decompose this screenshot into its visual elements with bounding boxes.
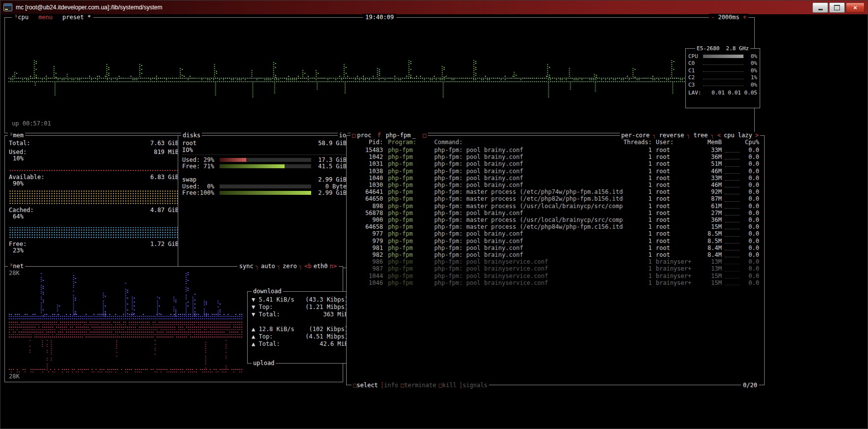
preset-button[interactable]: preset * (62, 14, 92, 21)
mem-history-graph (9, 188, 179, 205)
proc-row[interactable]: 977php-fpmphp-fpm: pool brainy.conf1root… (352, 230, 759, 237)
sort-next-button[interactable]: > (755, 132, 759, 139)
disk-bar-value: 2.99 GiB (315, 189, 347, 196)
toggle-per-core[interactable]: per-core (621, 132, 650, 139)
header-spacer (725, 139, 739, 146)
proc-row[interactable]: 981php-fpmphp-fpm: pool brainy.conf1root… (352, 245, 759, 251)
toggle-tree[interactable]: tree (694, 132, 708, 139)
proc-user: brainyser+ (656, 258, 698, 265)
download-rate-row: ▼ 5.41 KiB/s(43.3 Kibps) (252, 296, 348, 304)
proc-row[interactable]: 898php-fpmphp-fpm: master process (/usr/… (352, 203, 759, 210)
header-user[interactable]: User: (656, 139, 698, 146)
proc-row[interactable]: 987php-fpmphp-fpm: pool brainyservice.co… (352, 265, 759, 272)
download-rate-bits: (43.3 Kibps) (305, 296, 348, 304)
proc-cpu-sparkline (725, 228, 739, 229)
sort-prev-button[interactable]: < (717, 132, 721, 139)
proc-pid: 987 (352, 265, 383, 272)
proc-row[interactable]: 1040php-fpmphp-fpm: pool brainy.conf1roo… (352, 175, 759, 182)
close-button[interactable]: × (846, 2, 865, 13)
mem-section: Cached:4.87 GiB64% (9, 207, 179, 239)
proc-action-kill[interactable]: □kill (439, 382, 456, 389)
proc-program: php-fpm (388, 210, 434, 216)
proc-action-select[interactable]: □select (353, 382, 378, 389)
menu-button[interactable]: menu (37, 14, 54, 21)
proc-cpu: 0.0 (742, 203, 759, 210)
proc-row[interactable]: 1042php-fpmphp-fpm: pool brainy.conf1roo… (352, 153, 759, 160)
proc-row[interactable]: 986php-fpmphp-fpm: pool brainyservice.co… (352, 258, 759, 265)
cpu-history-graph (6, 23, 752, 121)
proc-row[interactable]: 1044php-fpmphp-fpm: pool brainyservice.c… (352, 273, 759, 279)
proc-action-info[interactable]: │info (381, 382, 398, 389)
mem-value: 819 MiB (154, 149, 179, 155)
titlebar[interactable]: mc [root@ub24.itdeveloper.com.ua]:/lib/s… (0, 0, 868, 14)
proc-cpu-sparkline (725, 284, 739, 285)
proc-threads: 1 (623, 258, 652, 265)
proc-mem: 13M (698, 258, 722, 265)
proc-action-signals[interactable]: │signals (459, 382, 487, 389)
net-panel-title: ³net (8, 263, 25, 270)
mem-sections: Total:7.63 GiBUsed:819 MiB10%Available:6… (9, 140, 179, 269)
proc-user: root (656, 153, 698, 160)
proc-row[interactable]: 979php-fpmphp-fpm: pool brainy.conf1root… (352, 238, 759, 245)
header-command[interactable]: Command: (434, 139, 623, 146)
proc-program: php-fpm (388, 258, 434, 265)
mem-panel-title: ²mem (8, 132, 25, 139)
proc-user: root (656, 188, 698, 195)
net-panel: ³net sync ┐ auto ┐ zero ┐ <b eth0 n> 28K… (4, 266, 343, 382)
iface-prev-button[interactable]: <b (304, 263, 311, 270)
proc-threads: 1 (623, 147, 652, 153)
interval-value: 2000ms (718, 14, 739, 21)
mem-graph-fill (9, 227, 179, 239)
proc-pid: 56878 (352, 210, 383, 216)
maximize-button[interactable] (829, 2, 845, 13)
proc-row[interactable]: 1030php-fpmphp-fpm: pool brainy.conf1roo… (352, 182, 759, 188)
iface-next-button[interactable]: n> (330, 263, 337, 270)
proc-cpu: 0.0 (742, 168, 759, 175)
proc-mem: 36M (698, 153, 722, 160)
toggle-reverse[interactable]: reverse (659, 132, 684, 139)
mem-percent: 64% (9, 214, 179, 220)
minimize-button[interactable] (812, 2, 828, 13)
proc-row[interactable]: 900php-fpmphp-fpm: master process (/usr/… (352, 216, 759, 223)
auto-button[interactable]: auto (261, 263, 275, 270)
net-history-graph (7, 271, 245, 376)
interval-increase-button[interactable]: + (743, 14, 746, 21)
proc-row[interactable]: 64658php-fpmphp-fpm: master process (/et… (352, 223, 759, 230)
proc-row[interactable]: 1046php-fpmphp-fpm: pool brainyservice.c… (352, 279, 759, 286)
proc-user: brainyser+ (656, 273, 698, 279)
proc-row[interactable]: 15483php-fpmphp-fpm: pool brainy.conf1ro… (352, 147, 759, 153)
border-corner-icon: ┐ (687, 132, 690, 139)
proc-action-terminate[interactable]: □terminate (401, 382, 436, 389)
window-title: mc [root@ub24.itdeveloper.com.ua]:/lib/s… (16, 4, 162, 11)
proc-row[interactable]: 1038php-fpmphp-fpm: pool brainy.conf1roo… (352, 168, 759, 175)
header-pid[interactable]: Pid: (352, 139, 383, 146)
header-program[interactable]: Program: (388, 139, 434, 146)
header-cpu[interactable]: Cpu% (742, 139, 759, 146)
proc-row[interactable]: 64650php-fpmphp-fpm: master process (/et… (352, 195, 759, 202)
header-mem[interactable]: MemB (698, 139, 722, 146)
proc-row[interactable]: 64641php-fpmphp-fpm: master process (/et… (352, 188, 759, 195)
interval-decrease-button[interactable]: - (711, 14, 714, 21)
proc-threads: 1 (623, 168, 652, 175)
proc-row[interactable]: 56878php-fpmphp-fpm: pool brainy.conf1ro… (352, 210, 759, 216)
proc-user: root (656, 223, 698, 230)
sensor-core-name: C0 (688, 60, 702, 66)
zero-button[interactable]: zero (283, 263, 297, 270)
proc-cpu-sparkline (725, 263, 739, 264)
filter-hotkey[interactable]: f (377, 132, 381, 139)
proc-threads: 1 (623, 188, 652, 195)
proc-mem: 46M (698, 182, 722, 188)
proc-pid: 1046 (352, 279, 383, 286)
proc-threads: 1 (623, 265, 652, 272)
header-threads[interactable]: Threads: (623, 139, 652, 146)
proc-row[interactable]: 1031php-fpmphp-fpm: pool brainy.conf1roo… (352, 160, 759, 167)
proc-table-header: Pid: Program: Command: Threads: User: Me… (352, 139, 759, 146)
sync-button[interactable]: sync (239, 263, 254, 270)
mem-value: 4.87 GiB (150, 207, 179, 214)
disk-bar-fill (220, 158, 246, 162)
mem-section: Free:1.72 GiB23% (9, 241, 179, 269)
load-average-label: LAV: (688, 90, 702, 96)
proc-filter-input[interactable]: php-fpm (382, 132, 411, 139)
proc-user: root (656, 147, 698, 153)
proc-row[interactable]: 982php-fpmphp-fpm: pool brainy.conf1root… (352, 251, 759, 258)
